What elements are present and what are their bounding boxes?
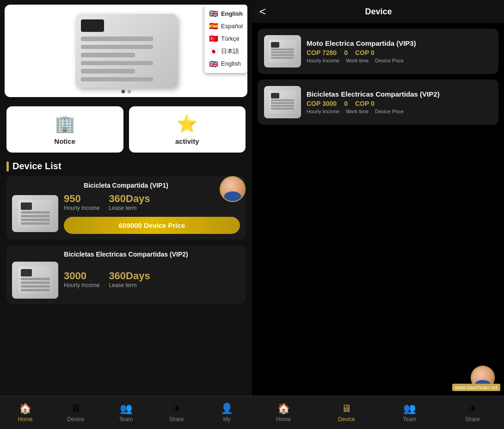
lang-item-english1[interactable]: 🇬🇧 English [209,7,243,20]
right-price-val-vip3: COP 0 [355,49,375,56]
device-info-vip2: 3000 Hourly Income 360Days Lease term [64,270,240,290]
stat-lease-label-vip1: Lease term [109,205,150,211]
language-dropdown[interactable]: 🇬🇧 English 🇪🇸 Español 🇹🇷 Türkçe 🇯🇵 日本語 🇬… [204,5,247,73]
device-stat-vip1: 950 Hourly Income 360Days Lease term [64,193,240,211]
nav-my[interactable]: 👤 My [202,400,252,425]
home-icon: 🏠 [19,403,31,415]
right-bottom-nav: 🏠 Home 🖥 Device 👥 Team ✈ Share [252,396,504,429]
device-card-vip1[interactable]: Bicicleta Compartida (VIP1) 950 [6,176,246,239]
right-share-icon: ✈ [468,403,477,415]
stat-income-vip1: 950 Hourly Income [64,193,99,211]
right-nav-home[interactable]: 🏠 Home [252,400,315,425]
dot-2 [127,90,131,93]
right-content: Moto Electrica Compartida (VIP3) COP 728… [252,23,504,396]
left-bottom-nav: 🏠 Home 🖥 Device 👥 Team ✈ Share 👤 My [0,396,252,429]
stat-income-value-vip1: 950 [64,193,99,205]
flag-gb2: 🇬🇧 [209,58,218,70]
stat-lease-value-vip1: 360Days [109,193,150,205]
right-thumb-vip3 [264,35,301,67]
device-thumb-inner-vip2 [18,266,53,294]
device-card-vip2[interactable]: Bicicletas Electricas Compartidas (VIP2) [6,245,246,304]
flag-gb1: 🇬🇧 [209,7,218,20]
stat-lease-vip2: 360Days Lease term [109,270,150,288]
right-home-label: Home [276,416,291,423]
device-card-header-vip1: Bicicleta Compartida (VIP1) [12,182,240,189]
device-thumb-vip1 [12,195,58,232]
watermark: www.tiaozhuan.net [452,384,500,391]
thumb-slot-2-vip1 [21,215,50,217]
flag-es: 🇪🇸 [209,20,218,32]
list-slot-3-vip3 [271,54,294,56]
avatar-body-vip1 [224,191,241,201]
quick-actions: 🏢 Notice ⭐ activity [0,102,252,157]
right-title: Device [271,7,486,17]
device-thumb-vip2 [12,262,58,299]
nav-team[interactable]: 👥 Team [101,400,151,425]
notice-card[interactable]: 🏢 Notice [6,106,123,153]
right-nav-device[interactable]: 🖥 Device [315,400,378,425]
stat-income-vip2: 3000 Hourly Income [64,270,99,288]
right-labels-vip3: Hourly Income Work time Device Price [307,58,492,63]
right-panel: < Device Moto Electrica Compartida (VIP3… [252,0,504,429]
list-screen-vip2 [271,93,279,98]
lang-item-english2[interactable]: 🇬🇧 English [209,58,243,70]
right-device-vip3[interactable]: Moto Electrica Compartida (VIP3) COP 728… [258,29,498,74]
right-nav-share[interactable]: ✈ Share [441,400,504,425]
right-device-vip2[interactable]: Bicicletas Electricas Compartidas (VIP2)… [258,80,498,125]
device-slot-2 [81,45,154,49]
right-price-val-vip2: COP 0 [355,100,375,107]
my-icon: 👤 [221,403,233,415]
right-price-lbl-vip3: Device Price [375,58,404,63]
device-stat-vip2: 3000 Hourly Income 360Days Lease term [64,270,240,288]
right-labels-vip2: Hourly Income Work time Device Price [307,109,492,114]
nav-share[interactable]: ✈ Share [151,400,202,425]
device-card-header-vip2: Bicicletas Electricas Compartidas (VIP2) [12,251,240,258]
device-price-btn-vip1[interactable]: 609000 Device Price [64,217,240,234]
right-worktime-lbl-vip2: Work time [346,109,369,114]
list-slot-2-vip3 [271,51,294,53]
lang-item-turkce[interactable]: 🇹🇷 Türkçe [209,32,243,45]
right-income-val-vip3: COP 7280 [307,49,337,56]
right-income-lbl-vip3: Hourly Income [307,58,339,63]
right-home-icon: 🏠 [277,403,290,415]
back-button[interactable]: < [259,5,266,18]
home-label: Home [18,416,32,423]
list-screen-vip3 [271,42,279,48]
right-nav-team[interactable]: 👥 Team [378,400,441,425]
flag-jp: 🇯🇵 [209,45,218,58]
stat-income-value-vip2: 3000 [64,270,99,282]
stat-lease-value-vip2: 360Days [109,270,150,282]
nav-home[interactable]: 🏠 Home [0,400,50,425]
activity-card[interactable]: ⭐ activity [129,106,246,153]
left-panel: 🇬🇧 English 🇪🇸 Español 🇹🇷 Türkçe 🇯🇵 日本語 🇬… [0,0,252,429]
lang-label-english1: English [221,9,243,19]
avatar-bubble-vip1 [220,176,246,202]
list-slot-3-vip2 [271,105,294,107]
stat-lease-label-vip2: Lease term [109,282,150,288]
device-icon: 🖥 [71,403,81,415]
lang-item-espanol[interactable]: 🇪🇸 Español [209,20,243,32]
lang-item-japanese[interactable]: 🇯🇵 日本語 [209,45,243,58]
device-screen [81,19,104,32]
title-bar-accent [6,161,9,172]
right-name-vip3: Moto Electrica Compartida (VIP3) [307,39,492,47]
right-header: < Device [252,0,504,23]
list-slot-4-vip2 [271,108,294,110]
my-label: My [223,416,231,423]
list-slot-1-vip2 [271,99,294,101]
right-worktime-lbl-vip3: Work time [346,58,369,63]
device-slot-4 [81,61,154,65]
right-device-icon: 🖥 [341,403,351,415]
share-icon: ✈ [172,403,181,415]
section-title: Device List [6,161,246,172]
device-card-body-vip2: 3000 Hourly Income 360Days Lease term [12,262,240,299]
team-icon: 👥 [120,403,132,415]
right-device-label: Device [338,416,355,423]
nav-device[interactable]: 🖥 Device [50,400,101,425]
thumb-screen-vip2 [21,269,32,276]
device-slot-6 [81,77,154,81]
share-label: Share [169,416,184,423]
device-label: Device [67,416,84,423]
thumb-slot-2-vip2 [21,282,50,284]
device-card-body-vip1: 950 Hourly Income 360Days Lease term 609… [12,193,240,234]
